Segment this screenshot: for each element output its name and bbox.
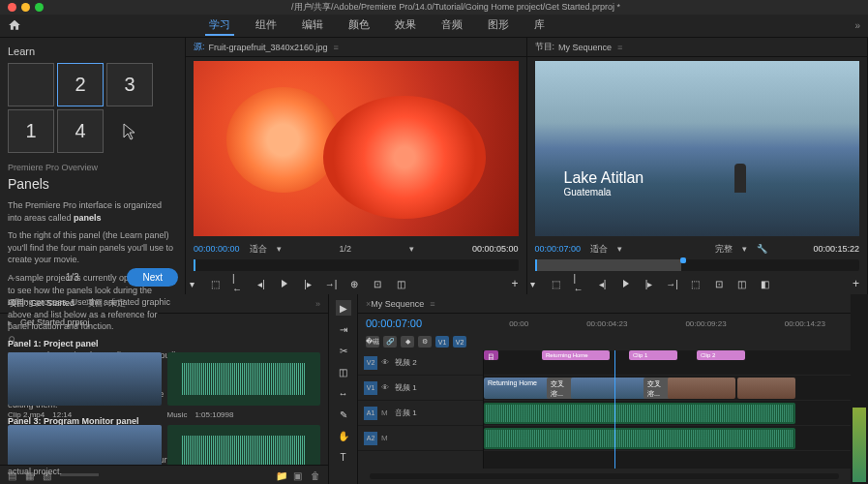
tab-effects[interactable]: 效果 [391,15,420,36]
source-scrubber[interactable] [194,259,519,271]
panel-menu-icon[interactable]: ≡ [617,43,622,52]
overwrite-icon[interactable]: ⊡ [372,278,383,289]
track-header-a2[interactable]: A2 M [358,426,483,451]
program-scrubber[interactable] [535,259,860,271]
go-out-icon[interactable]: →| [325,278,337,289]
export-frame-icon[interactable]: ◫ [736,278,748,289]
arrow-down-icon[interactable]: ▾ [742,244,747,254]
insert-icon[interactable]: ⊕ [348,278,360,289]
mute-icon[interactable]: M [381,434,391,442]
source-preview[interactable] [194,61,519,236]
new-bin-icon[interactable]: 📁 [276,470,285,480]
play-icon[interactable] [279,278,290,289]
new-item-icon[interactable]: ▣ [293,470,303,480]
eye-icon[interactable]: 👁 [381,383,391,392]
overflow-icon[interactable]: » [854,20,860,31]
hand-tool-icon[interactable]: ✋ [336,428,351,443]
v1-source-patch[interactable]: V1 [435,336,449,348]
mark-out-icon[interactable]: ⬚ [551,278,562,289]
timeline-ruler[interactable]: 00:00 00:00:04:23 00:00:09:23 00:00:14:2… [509,319,843,328]
audio-clip[interactable] [484,403,795,424]
step-back-icon[interactable]: ◂| [597,278,609,289]
marker-toggle[interactable]: ◆ [401,336,414,348]
snap-toggle[interactable]: �磁 [366,336,379,348]
track-header-v1[interactable]: V1 👁 视频 1 [358,376,483,401]
bin-item[interactable] [167,352,321,406]
export-frame-icon[interactable]: ◫ [395,278,406,289]
tab-graphics[interactable]: 图形 [484,15,513,36]
wrench-icon[interactable]: 🔧 [757,244,767,254]
linked-toggle[interactable]: 🔗 [383,336,397,348]
razor-tool-icon[interactable]: ◫ [336,364,351,379]
type-tool-icon[interactable]: T [336,449,351,465]
home-icon[interactable] [8,18,21,34]
ripple-edit-tool-icon[interactable]: ✂ [336,343,351,358]
clip-label[interactable]: Returning Home [542,350,610,360]
audio-clip[interactable] [484,428,795,449]
go-in-icon[interactable]: |← [232,278,244,289]
clip-marker[interactable]: 目 [484,350,498,360]
mute-icon[interactable]: M [381,408,391,417]
arrow-down-icon[interactable]: ▾ [617,244,622,254]
video-clip[interactable]: Returning Home [484,378,552,399]
panel-menu-icon[interactable]: ≡ [334,43,339,52]
tab-learn[interactable]: 学习 [205,15,234,36]
source-in-timecode[interactable]: 00:00:00:00 [194,244,240,254]
v2-source-patch[interactable]: V2 [453,336,466,348]
go-out-icon[interactable]: →| [667,278,678,289]
arrow-down-icon[interactable]: ▾ [277,244,282,254]
tab-assembly[interactable]: 组件 [252,15,281,36]
arrow-down-icon[interactable]: ▾ [409,244,414,254]
tab-editing[interactable]: 编辑 [298,15,327,36]
close-window[interactable] [8,3,16,12]
mark-in-icon[interactable]: ▾ [527,278,539,289]
zoom-ratio[interactable]: 1/2 [340,244,352,254]
overflow-icon[interactable]: » [315,299,320,309]
tab-libraries[interactable]: 库 [530,15,549,36]
play-icon[interactable] [620,278,632,289]
clip-label[interactable]: Clip 2 [697,350,745,360]
pen-tool-icon[interactable]: ✎ [336,407,351,422]
minimize-window[interactable] [21,3,30,12]
go-in-icon[interactable]: |← [574,278,585,289]
back-arrow-icon[interactable]: ← [8,272,17,283]
mark-out-icon[interactable]: ⬚ [209,278,221,289]
timeline-track-area[interactable]: 目 Returning Home Clip 1 Clip 2 Returning… [484,350,851,469]
bin-item[interactable] [8,425,162,465]
fit-dropdown[interactable]: 适合 [250,243,267,256]
add-button-icon[interactable]: + [853,277,859,290]
bin-item[interactable] [167,425,321,465]
track-select-tool-icon[interactable]: ⇥ [336,321,351,337]
extract-icon[interactable]: ⊡ [713,278,725,289]
panel-menu-icon[interactable]: ≡ [430,299,434,309]
video-clip[interactable] [668,378,735,399]
video-clip[interactable] [571,378,648,399]
eye-icon[interactable]: 👁 [381,358,391,367]
trash-icon[interactable]: 🗑 [311,470,320,480]
bin-item[interactable] [8,352,162,406]
mark-in-icon[interactable]: ▾ [186,278,197,289]
quality-dropdown[interactable]: 完整 [715,243,733,256]
timeline-zoom-scrollbar[interactable] [370,473,839,479]
tab-audio[interactable]: 音频 [437,15,466,36]
slip-tool-icon[interactable]: ↔ [336,385,351,401]
program-preview[interactable]: Lake Atitlan Guatemala [535,61,860,236]
source-out-timecode[interactable]: 00:00:05:00 [472,244,519,254]
step-back-icon[interactable]: ◂| [255,278,267,289]
step-forward-icon[interactable]: |▸ [644,278,655,289]
lift-icon[interactable]: ⬚ [690,278,702,289]
compare-icon[interactable]: ◧ [760,278,771,289]
step-forward-icon[interactable]: |▸ [302,278,314,289]
timeline-timecode[interactable]: 00:00:07:00 [366,318,422,329]
program-out-timecode[interactable]: 00:00:15:22 [813,244,859,254]
track-header-a1[interactable]: A1 M 音频 1 [358,401,483,426]
clip-label[interactable]: Clip 1 [629,350,677,360]
playhead[interactable] [614,350,615,469]
maximize-window[interactable] [35,3,44,12]
tab-color[interactable]: 颜色 [344,15,374,36]
selection-tool-icon[interactable]: ▶ [336,300,351,316]
track-header-v2[interactable]: V2 👁 视频 2 [358,350,483,376]
next-button[interactable]: Next [127,268,178,287]
program-in-timecode[interactable]: 00:00:07:00 [535,244,582,254]
add-button-icon[interactable]: + [511,277,518,290]
